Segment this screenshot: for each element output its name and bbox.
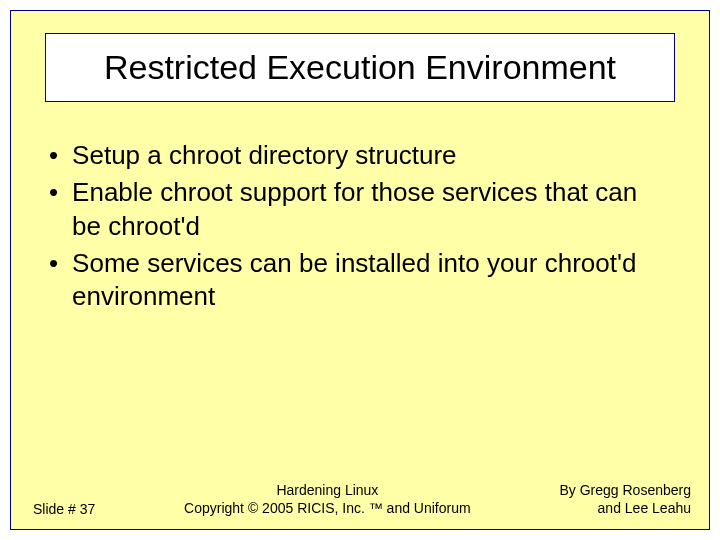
bullet-icon: • [49,247,58,280]
bullet-icon: • [49,176,58,209]
footer-right-line2: and Lee Leahu [559,500,691,518]
footer-right-line1: By Gregg Rosenberg [559,482,691,500]
footer-slide-number: Slide # 37 [33,501,95,517]
bullet-text: Some services can be installed into your… [72,247,673,314]
slide: Restricted Execution Environment • Setup… [10,10,710,530]
footer-center-line1: Hardening Linux [95,482,559,500]
footer-center-line2: Copyright © 2005 RICIS, Inc. ™ and Unifo… [95,500,559,518]
list-item: • Enable chroot support for those servic… [47,176,673,243]
footer-center: Hardening Linux Copyright © 2005 RICIS, … [95,482,559,517]
list-item: • Some services can be installed into yo… [47,247,673,314]
bullet-text: Setup a chroot directory structure [72,139,456,172]
title-box: Restricted Execution Environment [45,33,675,102]
slide-title: Restricted Execution Environment [56,48,664,87]
bullet-icon: • [49,139,58,172]
footer-authors: By Gregg Rosenberg and Lee Leahu [559,482,691,517]
footer: Slide # 37 Hardening Linux Copyright © 2… [11,482,709,517]
list-item: • Setup a chroot directory structure [47,139,673,172]
bullet-text: Enable chroot support for those services… [72,176,673,243]
bullet-list: • Setup a chroot directory structure • E… [47,139,673,317]
